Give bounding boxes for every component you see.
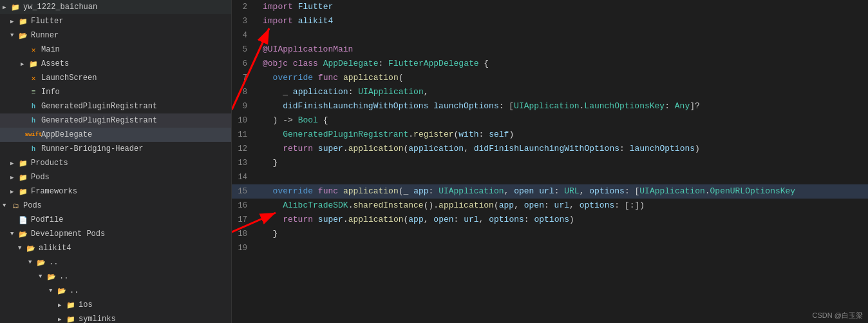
line-number: 10 — [232, 113, 258, 128]
file-icon: ✕ — [28, 44, 39, 55]
file-icon: ✕ — [28, 73, 39, 83]
tree-label: Info — [41, 88, 60, 97]
tree-label: symlinks — [79, 315, 116, 323]
code-editor: 2 import Flutter 3 import alikit4 4 5 @U… — [232, 0, 868, 323]
line-number: 19 — [232, 241, 258, 255]
tree-item-main[interactable]: ✕ Main — [0, 43, 231, 57]
tree-item-products[interactable]: ▶ 📁 Products — [0, 156, 231, 170]
tree-label: GeneratedPluginRegistrant — [41, 116, 157, 125]
line-content: import Flutter — [258, 0, 868, 14]
line-3: 3 import alikit4 — [232, 14, 868, 28]
arrow-icon: ▼ — [10, 32, 18, 39]
tree-item-info[interactable]: ≡ Info — [0, 85, 231, 99]
line-5: 5 @UIApplicationMain — [232, 43, 868, 57]
line-content: override func application( — [258, 71, 868, 85]
arrow-icon: ▶ — [21, 61, 28, 68]
folder-icon: 📁 — [18, 172, 28, 182]
tree-label: Pods — [31, 173, 50, 182]
tree-item-launchscreen[interactable]: ✕ LaunchScreen — [0, 71, 231, 85]
arrow-icon: ▼ — [49, 288, 57, 294]
arrow-icon: ▼ — [3, 202, 10, 209]
tree-label: LaunchScreen — [41, 73, 97, 83]
tree-item-generated1[interactable]: h GeneratedPluginRegistrant — [0, 99, 231, 113]
tree-item-runner[interactable]: ▼ 📂 Runner — [0, 28, 231, 43]
line-14: 14 — [232, 170, 868, 184]
file-icon: 📄 — [18, 215, 28, 225]
arrow-icon: ▶ — [10, 18, 18, 25]
tree-label: AppDelegate — [41, 130, 92, 139]
line-9: 9 didFinishLaunchingWithOptions launchOp… — [232, 99, 868, 113]
arrow-icon: ▶ — [10, 174, 18, 181]
line-10: 10 ) -> Bool { — [232, 113, 868, 128]
folder-open-icon: 📂 — [18, 229, 28, 239]
tree-item-frameworks[interactable]: ▶ 📁 Frameworks — [0, 184, 231, 199]
tree-label: Runner-Bridging-Header — [41, 144, 143, 153]
line-12: 12 return super.application(application,… — [232, 142, 868, 156]
folder-icon: 📁 — [18, 186, 28, 197]
line-13: 13 } — [232, 156, 868, 170]
line-number: 11 — [232, 128, 258, 142]
tree-label: Frameworks — [31, 187, 77, 196]
tree-item-appdelegate[interactable]: swift AppDelegate — [0, 128, 231, 142]
arrow-icon: ▼ — [18, 245, 26, 251]
line-content — [258, 170, 868, 184]
tree-label: yw_1222_baichuan — [23, 3, 97, 12]
line-number: 12 — [232, 142, 258, 156]
line-18: 18 } — [232, 227, 868, 241]
tree-label: Podfile — [31, 215, 63, 224]
line-content: AlibcTradeSDK.sharedInstance().applicati… — [258, 199, 868, 213]
watermark: CSDN @白玉梁 — [813, 311, 863, 320]
tree-label: .. — [70, 286, 79, 295]
tree-item-flutter[interactable]: ▶ 📁 Flutter — [0, 14, 231, 28]
folder-open-icon: 📂 — [57, 286, 67, 296]
file-tree[interactable]: ▶ 📁 yw_1222_baichuan ▶ 📁 Flutter ▼ 📂 Run… — [0, 0, 232, 323]
tree-label: alikit4 — [39, 244, 71, 253]
arrow-icon: ▼ — [39, 273, 46, 280]
tree-item-podfile[interactable]: 📄 Podfile — [0, 213, 231, 227]
tree-item-symlinks[interactable]: ▶ 📁 symlinks — [0, 312, 231, 323]
arrow-icon: ▼ — [28, 259, 36, 266]
tree-label: Products — [31, 159, 68, 168]
line-8: 8 _ application: UIApplication, — [232, 85, 868, 99]
tree-item-dotdot3[interactable]: ▼ 📂 .. — [0, 284, 231, 298]
line-content: @UIApplicationMain — [258, 43, 868, 57]
tree-item-generated2[interactable]: h GeneratedPluginRegistrant — [0, 113, 231, 128]
line-content: import alikit4 — [258, 14, 868, 28]
line-15: 15 override func application(_ app: UIAp… — [232, 184, 868, 199]
folder-icon: 📁 — [66, 314, 76, 323]
tree-item-alikit4[interactable]: ▼ 📂 alikit4 — [0, 241, 231, 255]
line-number: 18 — [232, 227, 258, 241]
line-number: 4 — [232, 28, 258, 43]
tree-item-dotdot1[interactable]: ▼ 📂 .. — [0, 255, 231, 269]
tree-label: Main — [41, 45, 60, 54]
line-17: 17 return super.application(app, open: u… — [232, 213, 868, 227]
line-2: 2 import Flutter — [232, 0, 868, 14]
tree-item-assets[interactable]: ▶ 📁 Assets — [0, 57, 231, 71]
arrow-icon: ▶ — [58, 302, 66, 309]
tree-item-yw1222[interactable]: ▶ 📁 yw_1222_baichuan — [0, 0, 231, 14]
line-6: 6 @objc class AppDelegate: FlutterAppDel… — [232, 57, 868, 71]
file-swift-icon: swift — [28, 130, 39, 140]
arrow-icon: ▶ — [58, 316, 66, 323]
tree-item-ios[interactable]: ▶ 📁 ios — [0, 298, 231, 312]
file-m-icon: h — [28, 115, 39, 126]
tree-item-pods-root[interactable]: ▼ 🗂 Pods — [0, 199, 231, 213]
line-number: 5 — [232, 43, 258, 57]
tree-item-dotdot2[interactable]: ▼ 📂 .. — [0, 269, 231, 284]
tree-item-devpods[interactable]: ▼ 📂 Development Pods — [0, 227, 231, 241]
line-number: 13 — [232, 156, 258, 170]
line-number: 8 — [232, 85, 258, 99]
line-number: 9 — [232, 99, 258, 113]
arrow-icon: ▶ — [3, 4, 10, 11]
tree-label: Runner — [31, 31, 59, 40]
tree-item-bridging[interactable]: h Runner-Bridging-Header — [0, 142, 231, 156]
file-h-icon: h — [28, 101, 39, 112]
line-number: 14 — [232, 170, 258, 184]
line-content: return super.application(app, open: url,… — [258, 213, 868, 227]
tree-item-pods-inner[interactable]: ▶ 📁 Pods — [0, 170, 231, 184]
folder-icon: 📁 — [10, 2, 21, 12]
line-content: return super.application(application, di… — [258, 142, 868, 156]
line-content — [258, 28, 868, 43]
tree-label: GeneratedPluginRegistrant — [41, 102, 157, 111]
line-content: GeneratedPluginRegistrant.register(with:… — [258, 128, 868, 142]
